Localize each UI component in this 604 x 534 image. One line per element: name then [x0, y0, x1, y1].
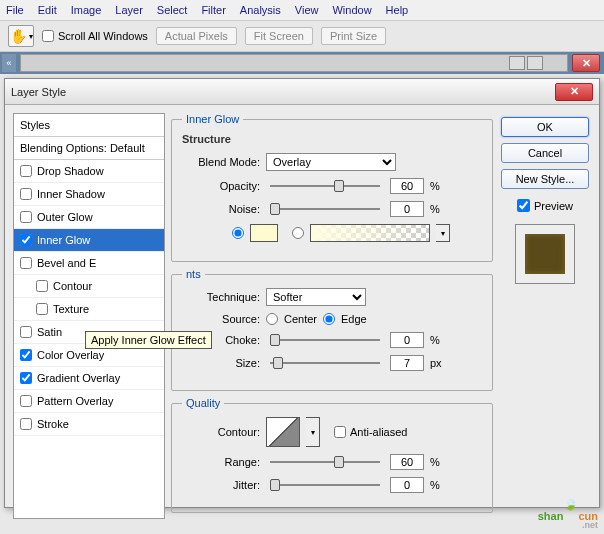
style-row-bevel-and-e[interactable]: Bevel and E — [14, 252, 164, 275]
range-slider[interactable] — [270, 461, 380, 463]
menu-file[interactable]: File — [6, 4, 24, 16]
style-row-label: Stroke — [37, 418, 69, 430]
style-row-inner-shadow[interactable]: Inner Shadow — [14, 183, 164, 206]
style-checkbox[interactable] — [20, 395, 32, 407]
jitter-slider[interactable] — [270, 484, 380, 486]
jitter-label: Jitter: — [182, 479, 260, 491]
tab-close-button[interactable]: ✕ — [572, 54, 600, 72]
jitter-input[interactable] — [390, 477, 424, 493]
style-checkbox[interactable] — [20, 234, 32, 246]
blending-options-row[interactable]: Blending Options: Default — [14, 137, 164, 160]
opacity-label: Opacity: — [182, 180, 260, 192]
fit-screen-button[interactable]: Fit Screen — [245, 27, 313, 45]
style-row-label: Inner Shadow — [37, 188, 105, 200]
inner-glow-legend: Inner Glow — [182, 113, 243, 125]
actual-pixels-button[interactable]: Actual Pixels — [156, 27, 237, 45]
glow-color-swatch[interactable] — [250, 224, 278, 242]
scroll-all-label: Scroll All Windows — [58, 30, 148, 42]
ok-button[interactable]: OK — [501, 117, 589, 137]
style-row-gradient-overlay[interactable]: Gradient Overlay — [14, 367, 164, 390]
styles-header[interactable]: Styles — [14, 114, 164, 137]
source-center-label: Center — [284, 313, 317, 325]
style-checkbox[interactable] — [20, 257, 32, 269]
tooltip: Apply Inner Glow Effect — [85, 331, 212, 349]
menu-filter[interactable]: Filter — [201, 4, 225, 16]
style-checkbox[interactable] — [20, 349, 32, 361]
style-checkbox[interactable] — [36, 280, 48, 292]
print-size-button[interactable]: Print Size — [321, 27, 386, 45]
style-row-label: Satin — [37, 326, 62, 338]
hand-tool-button[interactable]: ✋ ▾ — [8, 25, 34, 47]
quality-legend: Quality — [182, 397, 224, 409]
menu-edit[interactable]: Edit — [38, 4, 57, 16]
menu-view[interactable]: View — [295, 4, 319, 16]
range-input[interactable] — [390, 454, 424, 470]
style-row-outer-glow[interactable]: Outer Glow — [14, 206, 164, 229]
style-checkbox[interactable] — [36, 303, 48, 315]
glow-color-radio[interactable] — [232, 227, 244, 239]
source-center-radio[interactable] — [266, 313, 278, 325]
style-checkbox[interactable] — [20, 165, 32, 177]
style-row-stroke[interactable]: Stroke — [14, 413, 164, 436]
dialog-titlebar[interactable]: Layer Style ✕ — [5, 79, 599, 105]
menu-window[interactable]: Window — [332, 4, 371, 16]
preview-checkbox-input[interactable] — [517, 199, 530, 212]
structure-title: Structure — [182, 133, 482, 145]
dialog-close-button[interactable]: ✕ — [555, 83, 593, 101]
tab-minimize-icon[interactable] — [509, 56, 525, 70]
blend-mode-select[interactable]: Overlay — [266, 153, 396, 171]
technique-select[interactable]: Softer — [266, 288, 366, 306]
choke-slider[interactable] — [270, 339, 380, 341]
size-label: Size: — [182, 357, 260, 369]
elements-legend: nts — [182, 268, 205, 280]
tab-collapse-left-icon[interactable]: « — [2, 54, 16, 72]
glow-gradient-radio[interactable] — [292, 227, 304, 239]
size-slider[interactable] — [270, 362, 380, 364]
size-unit: px — [430, 357, 448, 369]
menu-select[interactable]: Select — [157, 4, 188, 16]
contour-picker[interactable] — [266, 417, 300, 447]
style-row-texture[interactable]: Texture — [14, 298, 164, 321]
style-row-drop-shadow[interactable]: Drop Shadow — [14, 160, 164, 183]
source-edge-radio[interactable] — [323, 313, 335, 325]
preview-checkbox[interactable]: Preview — [517, 199, 573, 212]
dialog-title: Layer Style — [11, 86, 555, 98]
style-row-pattern-overlay[interactable]: Pattern Overlay — [14, 390, 164, 413]
noise-slider[interactable] — [270, 208, 380, 210]
menu-layer[interactable]: Layer — [115, 4, 143, 16]
menu-image[interactable]: Image — [71, 4, 102, 16]
cancel-button[interactable]: Cancel — [501, 143, 589, 163]
antialiased-input[interactable] — [334, 426, 346, 438]
jitter-unit: % — [430, 479, 448, 491]
scroll-all-windows-checkbox[interactable]: Scroll All Windows — [42, 30, 148, 42]
glow-gradient-swatch[interactable] — [310, 224, 430, 242]
antialiased-checkbox[interactable]: Anti-aliased — [334, 426, 407, 438]
style-checkbox[interactable] — [20, 326, 32, 338]
document-tab[interactable] — [20, 54, 568, 72]
noise-input[interactable] — [390, 201, 424, 217]
source-edge-label: Edge — [341, 313, 367, 325]
choke-unit: % — [430, 334, 448, 346]
style-row-label: Bevel and E — [37, 257, 96, 269]
gradient-chevron-down-icon[interactable]: ▾ — [436, 224, 450, 242]
contour-chevron-down-icon[interactable]: ▾ — [306, 417, 320, 447]
style-row-contour[interactable]: Contour — [14, 275, 164, 298]
new-style-button[interactable]: New Style... — [501, 169, 589, 189]
scroll-all-checkbox-input[interactable] — [42, 30, 54, 42]
technique-label: Technique: — [182, 291, 260, 303]
menu-help[interactable]: Help — [386, 4, 409, 16]
tab-restore-icon[interactable] — [527, 56, 543, 70]
opacity-input[interactable] — [390, 178, 424, 194]
style-checkbox[interactable] — [20, 372, 32, 384]
style-checkbox[interactable] — [20, 188, 32, 200]
inner-glow-fieldset: Inner Glow Structure Blend Mode: Overlay… — [171, 113, 493, 262]
style-row-label: Outer Glow — [37, 211, 93, 223]
preview-label: Preview — [534, 200, 573, 212]
style-checkbox[interactable] — [20, 211, 32, 223]
style-row-inner-glow[interactable]: Inner Glow — [14, 229, 164, 252]
choke-input[interactable] — [390, 332, 424, 348]
opacity-slider[interactable] — [270, 185, 380, 187]
menu-analysis[interactable]: Analysis — [240, 4, 281, 16]
style-checkbox[interactable] — [20, 418, 32, 430]
size-input[interactable] — [390, 355, 424, 371]
